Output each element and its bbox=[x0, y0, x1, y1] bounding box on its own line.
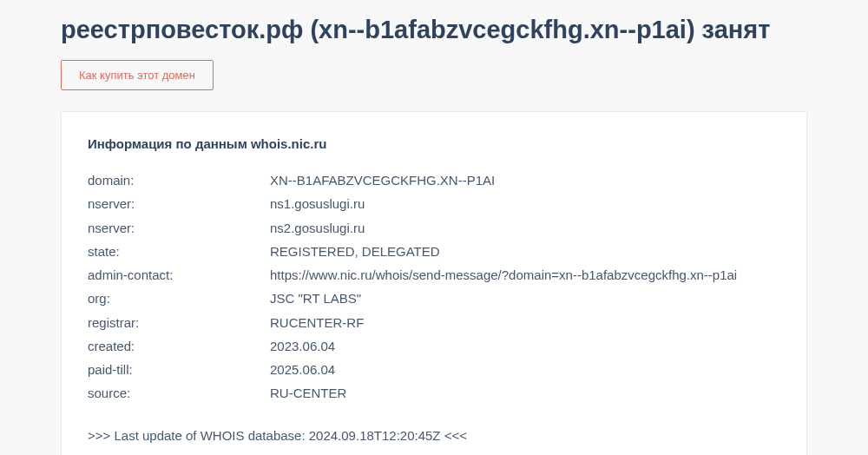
whois-row: admin-contact:https://www.nic.ru/whois/s… bbox=[88, 263, 780, 287]
page-title: реестрповесток.рф (xn--b1afabzvcegckfhg.… bbox=[61, 16, 807, 44]
whois-heading: Информация по данным whois.nic.ru bbox=[88, 136, 780, 151]
whois-key: paid-till: bbox=[88, 358, 270, 381]
whois-row: state:REGISTERED, DELEGATED bbox=[88, 240, 780, 263]
whois-row: nserver:ns1.gosuslugi.ru bbox=[88, 192, 780, 215]
whois-row: nserver:ns2.gosuslugi.ru bbox=[88, 216, 780, 240]
whois-rows: domain:XN--B1AFABZVCEGCKFHG.XN--P1AInser… bbox=[88, 168, 780, 406]
whois-key: created: bbox=[88, 334, 270, 358]
whois-value: RUCENTER-RF bbox=[270, 311, 780, 334]
whois-key: nserver: bbox=[88, 216, 270, 240]
buy-domain-button[interactable]: Как купить этот домен bbox=[61, 60, 214, 90]
whois-key: source: bbox=[88, 381, 270, 405]
whois-key: state: bbox=[88, 240, 270, 263]
whois-value: REGISTERED, DELEGATED bbox=[270, 240, 780, 263]
whois-card: Информация по данным whois.nic.ru domain… bbox=[61, 111, 807, 455]
whois-row: domain:XN--B1AFABZVCEGCKFHG.XN--P1AI bbox=[88, 168, 780, 192]
whois-value: RU-CENTER bbox=[270, 381, 780, 405]
whois-value: XN--B1AFABZVCEGCKFHG.XN--P1AI bbox=[270, 168, 780, 192]
whois-row: registrar:RUCENTER-RF bbox=[88, 311, 780, 334]
whois-key: admin-contact: bbox=[88, 263, 270, 287]
whois-value: ns2.gosuslugi.ru bbox=[270, 216, 780, 240]
whois-row: paid-till:2025.06.04 bbox=[88, 358, 780, 381]
whois-last-update: >>> Last update of WHOIS database: 2024.… bbox=[88, 428, 780, 443]
whois-value: 2025.06.04 bbox=[270, 358, 780, 381]
whois-value: JSC "RT LABS" bbox=[270, 287, 780, 310]
whois-row: org:JSC "RT LABS" bbox=[88, 287, 780, 310]
whois-key: nserver: bbox=[88, 192, 270, 215]
whois-key: org: bbox=[88, 287, 270, 310]
whois-value: ns1.gosuslugi.ru bbox=[270, 192, 780, 215]
whois-key: domain: bbox=[88, 168, 270, 192]
whois-value: 2023.06.04 bbox=[270, 334, 780, 358]
whois-row: created:2023.06.04 bbox=[88, 334, 780, 358]
whois-value: https://www.nic.ru/whois/send-message/?d… bbox=[270, 263, 780, 287]
whois-key: registrar: bbox=[88, 311, 270, 334]
whois-row: source:RU-CENTER bbox=[88, 381, 780, 405]
